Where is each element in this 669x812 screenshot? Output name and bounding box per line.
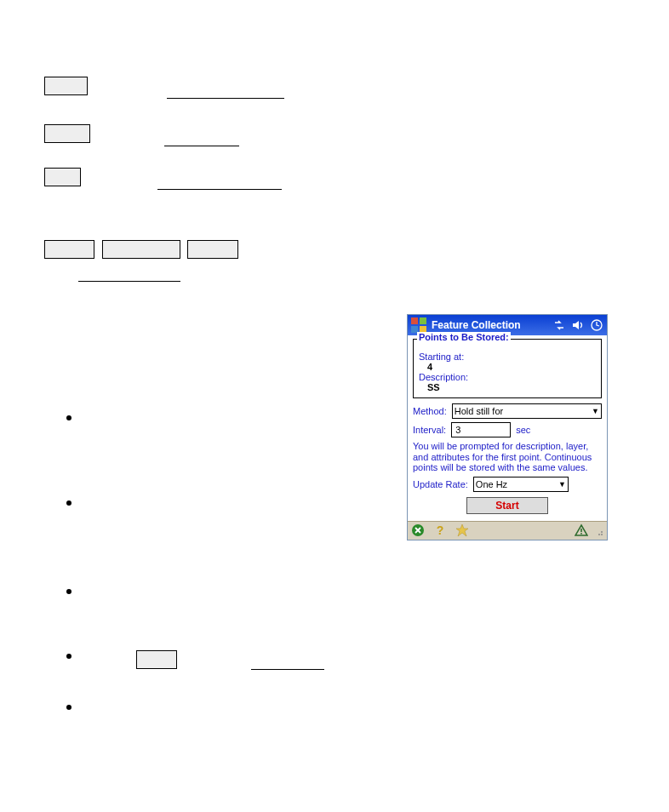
close-icon[interactable] [411,523,425,537]
help-icon[interactable]: ? [433,523,447,537]
interval-unit: sec [516,425,530,435]
starting-at-label: Starting at: [419,352,596,362]
update-rate-select[interactable]: One Hz ▼ [473,477,569,492]
svg-rect-0 [411,317,418,324]
description-label: Description: [419,372,596,382]
bullet-3 [66,589,71,594]
windows-logo-icon [411,317,426,333]
start-button[interactable]: Start [466,497,548,514]
interval-input[interactable] [451,422,511,437]
instruction-text: You will be prompted for description, la… [413,441,602,473]
method-select-value: Hold still for [455,406,503,416]
sync-icon[interactable] [552,318,566,332]
outline-underline-5 [251,669,324,670]
svg-rect-1 [420,317,426,324]
svg-rect-9 [580,529,582,532]
description-value: SS [419,382,596,392]
clock-icon[interactable] [590,318,603,332]
outline-box-2 [44,124,90,143]
outline-underline-3 [157,189,282,190]
warning-triangle-icon[interactable] [575,523,588,537]
bullet-1 [66,415,71,420]
update-rate-label: Update Rate: [413,479,468,489]
group-legend: Points to Be Stored: [417,332,511,342]
starting-at-value: 4 [419,362,596,372]
method-label: Method: [413,406,447,416]
outline-box-3 [44,168,81,186]
outline-box-5 [102,240,180,259]
svg-point-12 [601,534,603,535]
outline-underline-2 [164,146,239,146]
svg-marker-7 [456,524,468,536]
window-bottom-bar: ? [408,521,607,540]
update-rate-value: One Hz [476,479,507,489]
outline-underline-4 [78,281,180,282]
svg-point-13 [598,534,600,535]
bullet-4 [66,654,71,659]
svg-point-11 [601,531,603,533]
resize-grip-icon [597,523,603,537]
svg-text:?: ? [437,523,444,537]
method-select[interactable]: Hold still for ▼ [452,403,602,419]
points-to-be-stored-group: Points to Be Stored: Starting at: 4 Desc… [413,339,602,398]
bullet-2 [66,500,71,506]
outline-box-4 [44,240,94,259]
svg-rect-10 [580,533,582,535]
outline-box-7 [136,650,177,669]
star-icon[interactable] [455,523,469,537]
dropdown-arrow-icon: ▼ [558,480,566,489]
outline-box-6 [187,240,238,259]
dropdown-arrow-icon: ▼ [592,407,599,415]
window-title: Feature Collection [432,319,547,331]
outline-underline-1 [167,98,284,99]
start-button-label: Start [495,500,518,512]
bullet-5 [66,705,71,710]
volume-icon[interactable] [571,318,585,332]
outline-box-1 [44,77,88,95]
interval-label: Interval: [413,425,446,435]
feature-collection-window: Feature Collection Points to Be Stored: … [407,314,608,540]
